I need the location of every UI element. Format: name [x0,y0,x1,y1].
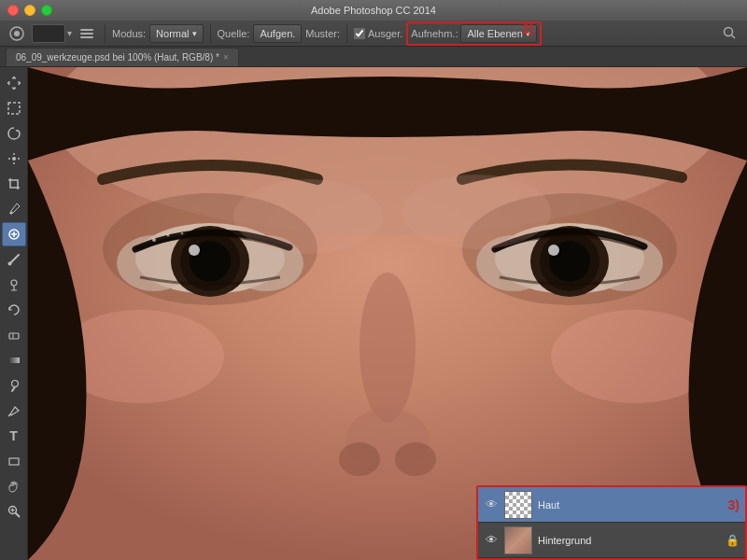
maximize-button[interactable] [41,5,52,16]
layer-haut-name: Haut [538,499,721,511]
search-icon[interactable] [719,22,741,45]
brush-tool[interactable] [2,247,26,272]
svg-point-53 [548,245,559,256]
layer-hintergrund-visibility-icon[interactable]: 👁 [484,533,499,547]
svg-line-6 [732,35,736,38]
eyedropper-tool[interactable] [2,197,26,221]
shape-tool[interactable] [2,449,26,473]
aufnehm-label: Aufnehm.: [411,28,458,39]
svg-point-18 [11,280,17,286]
close-button[interactable] [7,5,19,16]
healing-brush-tool[interactable]: 1) [2,222,26,246]
layer-haut-visibility-icon[interactable]: 👁 [484,497,499,511]
text-tool[interactable]: T [2,424,26,448]
ausger-label: Ausger. [368,28,402,39]
modus-label: Modus: [112,28,146,39]
main-area: 1) T [0,67,747,560]
svg-rect-2 [80,29,93,31]
minimize-button[interactable] [24,5,35,16]
svg-line-23 [8,413,11,416]
svg-rect-3 [80,33,93,35]
layer-hintergrund-name: Hintergrund [538,535,720,546]
size-down-icon[interactable]: ▾ [67,28,72,38]
crop-tool[interactable] [2,172,26,196]
layer-haut-annotation: 3) [728,497,740,512]
layer-haut-thumbnail [504,491,532,519]
brush-settings-icon[interactable] [76,22,98,45]
svg-point-31 [359,273,416,422]
layer-row-haut[interactable]: 👁 Haut 3) [478,487,745,523]
svg-point-22 [11,381,18,387]
tab-close-icon[interactable]: × [223,52,229,63]
svg-point-42 [189,245,200,256]
lasso-tool[interactable] [2,121,26,146]
svg-rect-21 [8,357,20,363]
clone-stamp-tool[interactable] [2,273,26,297]
traffic-lights[interactable] [7,5,52,16]
aufnehm-dropdown[interactable]: Alle Ebenen [460,24,536,43]
brush-size-box: 40 ▾ [32,24,72,43]
titlebar: Adobe Photoshop CC 2014 [0,0,747,21]
layer-hintergrund-thumbnail [504,526,532,554]
svg-point-56 [233,179,383,254]
magic-wand-tool[interactable] [2,147,26,171]
svg-point-17 [7,262,11,266]
eraser-tool[interactable] [2,323,26,347]
aufnehm-group: Aufnehm.: Alle Ebenen 2) [406,21,541,46]
svg-point-45 [181,232,184,235]
svg-point-44 [167,234,170,237]
layer-row-hintergrund[interactable]: 👁 Hintergrund 🔒 [478,523,745,558]
svg-point-57 [402,175,551,249]
modus-dropdown[interactable]: Normal [149,24,203,43]
svg-point-43 [152,238,156,242]
history-brush-tool[interactable] [2,298,26,322]
ausger-checkbox[interactable] [354,28,365,39]
layers-panel: 👁 Haut 3) 👁 Hintergrund 🔒 [476,485,747,560]
tab-label: 06_09_werkzeuge.psd bei 100% (Haut, RGB/… [16,52,219,63]
brush-size-input[interactable]: 40 [32,24,65,43]
muster-label: Muster: [305,28,340,39]
tab-bar: 06_09_werkzeuge.psd bei 100% (Haut, RGB/… [0,47,747,67]
svg-rect-19 [9,333,19,339]
layer-hintergrund-lock-icon: 🔒 [726,534,740,547]
hand-tool[interactable] [2,474,26,498]
svg-rect-4 [80,36,93,38]
svg-point-33 [339,442,380,476]
document-tab[interactable]: 06_09_werkzeuge.psd bei 100% (Haut, RGB/… [6,48,239,66]
canvas-area[interactable]: 👁 Haut 3) 👁 Hintergrund 🔒 [28,67,747,560]
ausger-group: Ausger. [354,28,402,39]
move-tool[interactable] [2,71,26,95]
svg-point-13 [9,212,12,215]
svg-point-5 [725,27,733,35]
svg-point-1 [14,31,20,36]
window-title: Adobe Photoshop CC 2014 [311,5,436,16]
quelle-label: Quelle: [218,28,250,39]
pen-tool[interactable] [2,399,26,423]
dodge-tool[interactable] [2,373,26,398]
toolbar: 1) T [0,67,28,560]
svg-rect-24 [9,458,19,465]
options-bar: 40 ▾ Modus: Normal Quelle: Aufgen. Muste… [0,21,747,47]
svg-line-26 [15,513,20,518]
gradient-tool[interactable] [2,348,26,372]
svg-point-34 [395,442,436,476]
svg-rect-7 [8,103,20,114]
marquee-tool[interactable] [2,96,26,120]
svg-point-12 [12,157,16,161]
brush-preset-icon[interactable] [6,22,28,45]
quelle-btn[interactable]: Aufgen. [253,24,302,43]
text-tool-icon: T [9,428,18,443]
zoom-tool[interactable] [2,499,26,524]
